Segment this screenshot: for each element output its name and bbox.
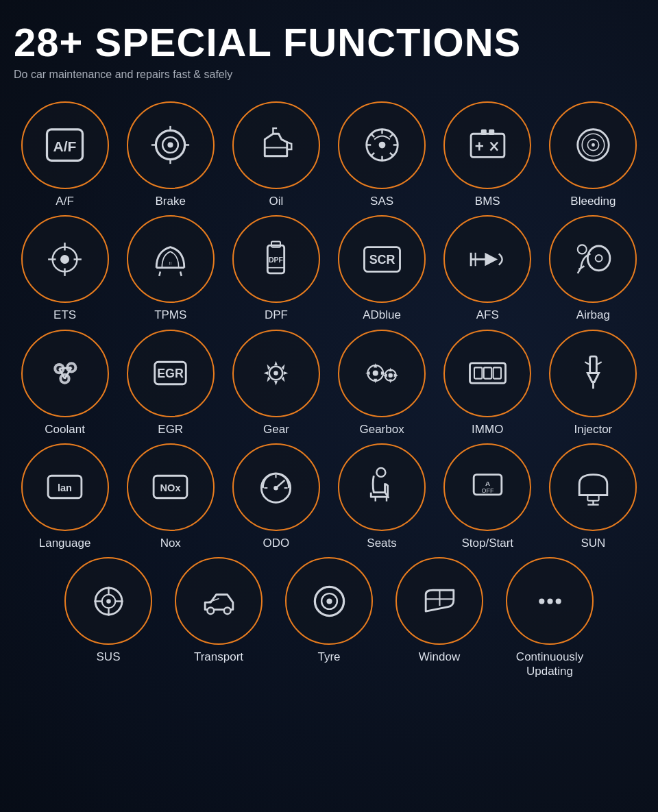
label-sas: SAS [370, 195, 393, 208]
svg-rect-54 [493, 367, 500, 378]
svg-point-48 [372, 371, 378, 376]
svg-point-91 [326, 598, 332, 604]
item-seats[interactable]: Seats [331, 443, 433, 550]
item-stopstart[interactable]: AOFFStop/Start [437, 443, 539, 550]
circle-bleeding [549, 101, 637, 189]
svg-point-69 [376, 468, 385, 477]
label-window: Window [419, 650, 460, 664]
item-adblue[interactable]: SCRADblue [331, 215, 433, 322]
circle-immo [443, 330, 531, 417]
circle-adblue: SCR [338, 215, 426, 303]
circle-coolant [21, 330, 109, 417]
label-bms: BMS [475, 195, 500, 208]
item-coolant[interactable]: Coolant [14, 330, 116, 436]
circle-tpms: !! [127, 215, 215, 303]
circle-injector [549, 330, 637, 417]
item-continuouslyupdating[interactable]: Continuously Updating [496, 557, 603, 678]
svg-point-50 [388, 373, 393, 378]
item-window[interactable]: Window [386, 557, 493, 678]
circle-brake [127, 101, 215, 189]
label-language: Language [39, 537, 91, 550]
label-coolant: Coolant [45, 423, 85, 436]
item-sun[interactable]: SUN [542, 443, 644, 550]
svg-point-17 [592, 143, 595, 147]
item-ets[interactable]: ETS [14, 215, 116, 322]
item-injector[interactable]: Injector [542, 330, 644, 436]
svg-point-96 [555, 598, 561, 604]
item-brake[interactable]: Brake [119, 101, 221, 208]
svg-point-6 [378, 142, 385, 149]
label-adblue: ADblue [363, 308, 401, 322]
svg-text:SCR: SCR [369, 253, 395, 267]
svg-point-33 [578, 245, 587, 254]
header: 28+ SPECIAL FUNCTIONS Do car maintenance… [14, 21, 644, 81]
label-seats: Seats [367, 537, 396, 550]
item-tpms[interactable]: !!TPMS [119, 215, 221, 322]
svg-rect-8 [480, 130, 486, 135]
svg-line-22 [180, 271, 182, 276]
circle-dpf: DPF [232, 215, 320, 303]
label-nox: Nox [160, 537, 181, 550]
item-nox[interactable]: NOxNox [119, 443, 221, 550]
circle-airbag [549, 215, 637, 303]
svg-text:A/F: A/F [53, 139, 77, 155]
item-afs[interactable]: AFS [437, 215, 539, 322]
page-title: 28+ SPECIAL FUNCTIONS [14, 21, 644, 64]
item-bleeding[interactable]: Bleeding [542, 101, 644, 208]
label-afs: AFS [476, 308, 499, 322]
label-ets: ETS [53, 308, 76, 322]
circle-gear [232, 330, 320, 417]
svg-rect-52 [474, 367, 482, 378]
label-tyre: Tyre [317, 650, 340, 664]
item-tyre[interactable]: Tyre [276, 557, 382, 678]
item-dpf[interactable]: DPFDPF [225, 215, 327, 322]
page-subtitle: Do car maintenance and repairs fast & sa… [14, 69, 644, 81]
label-stopstart: Stop/Start [461, 537, 513, 550]
label-odo: ODO [263, 537, 290, 550]
circle-sas [338, 101, 426, 189]
svg-point-87 [207, 607, 214, 614]
circle-bms [443, 101, 531, 189]
svg-point-18 [60, 255, 69, 264]
label-gear: Gear [263, 423, 289, 436]
item-sas[interactable]: SAS [331, 101, 433, 208]
item-sus[interactable]: SUS [55, 557, 162, 678]
svg-point-65 [274, 486, 279, 491]
circle-seats [338, 443, 426, 531]
label-af: A/F [56, 195, 73, 208]
circle-tyre [285, 557, 373, 645]
circle-sun [549, 443, 637, 531]
label-airbag: Airbag [576, 308, 610, 322]
label-sus: SUS [97, 650, 121, 664]
circle-ets [21, 215, 109, 303]
item-af[interactable]: A/FA/F [14, 101, 116, 208]
label-transport: Transport [194, 650, 243, 664]
item-egr[interactable]: EGREGR [119, 330, 221, 436]
svg-point-88 [223, 607, 230, 614]
item-gearbox[interactable]: Gearbox [331, 330, 433, 436]
item-bms[interactable]: BMS [437, 101, 539, 208]
item-language[interactable]: lanLanguage [14, 443, 116, 550]
svg-point-32 [596, 255, 602, 262]
svg-point-46 [274, 371, 279, 376]
circle-af: A/F [21, 101, 109, 189]
svg-text:lan: lan [58, 482, 72, 493]
svg-text:DPF: DPF [269, 256, 284, 264]
icons-grid: A/FA/FBrakeOilSASBMSBleedingETS!!TPMSDPF… [14, 101, 644, 678]
circle-odo [232, 443, 320, 531]
item-gear[interactable]: Gear [225, 330, 327, 436]
item-airbag[interactable]: Airbag [542, 215, 644, 322]
svg-rect-51 [470, 363, 505, 383]
circle-egr: EGR [127, 330, 215, 417]
label-egr: EGR [158, 423, 183, 436]
item-immo[interactable]: IMMO [437, 330, 539, 436]
svg-point-94 [539, 598, 544, 604]
circle-gearbox [338, 330, 426, 417]
circle-updating [506, 557, 594, 645]
svg-line-40 [59, 367, 71, 369]
svg-text:OFF: OFF [481, 487, 494, 494]
svg-text:!!: !! [169, 260, 172, 266]
item-odo[interactable]: ODO [225, 443, 327, 550]
item-transport[interactable]: Transport [165, 557, 272, 678]
item-oil[interactable]: Oil [225, 101, 327, 208]
